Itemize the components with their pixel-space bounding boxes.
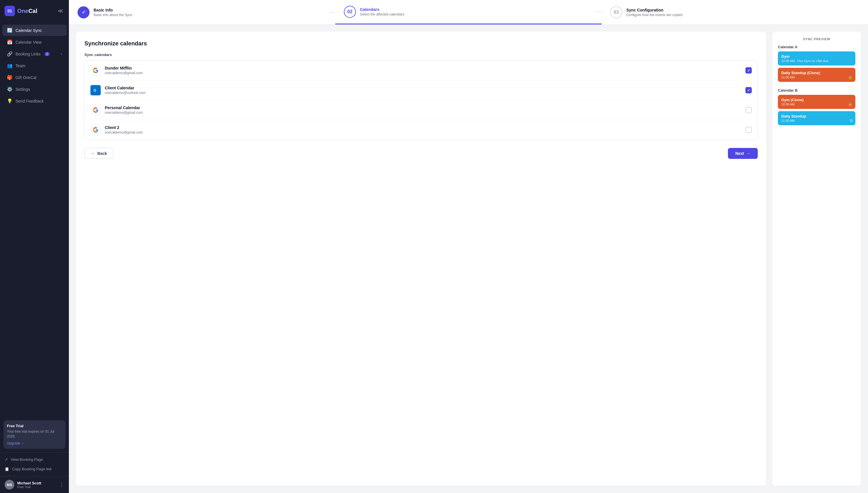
step-3-circle: 03 <box>610 6 622 18</box>
card-actions: ← Back Next → <box>84 148 758 159</box>
feedback-icon: 💡 <box>7 98 13 104</box>
sidebar-item-gift-onecal[interactable]: 🎁 Gift OneCal <box>2 72 67 83</box>
sidebar-item-label: Calendar View <box>16 40 42 45</box>
back-button[interactable]: ← Back <box>84 148 113 159</box>
cal-email-dunder: onecaldemo@gmail.com <box>105 71 741 75</box>
booking-links-arrow-icon: › <box>61 52 62 56</box>
logo-text: OneCal <box>17 8 37 14</box>
outlook-icon-client: O <box>90 85 101 95</box>
sidebar-item-calendar-view[interactable]: 📅 Calendar View <box>2 37 67 48</box>
sidebar-item-send-feedback[interactable]: 💡 Send Feedback <box>2 95 67 107</box>
next-label: Next <box>735 151 744 156</box>
preview-event-title-gym-a: Gym <box>781 54 852 59</box>
cal-email-client: onecaldemo@outlook.com <box>105 91 741 95</box>
step-1-title: Basic Info <box>94 8 132 12</box>
cal-info-dunder: Dunder Mifflin onecaldemo@gmail.com <box>105 66 741 75</box>
calendar-sync-icon: 🔄 <box>7 27 13 33</box>
cal-name-personal: Personal Calendar <box>105 105 741 110</box>
step-basic-info: ✓ Basic Info Basic info about the Sync <box>69 0 335 24</box>
preview-event-standup-clone: Daily Standup (Clone) 11:00 AM 🔒 <box>778 68 855 82</box>
preview-event-sub-daily-standup: 11:00 AM <box>781 119 852 122</box>
calendar-checkbox-personal[interactable] <box>746 107 752 113</box>
user-menu-button[interactable]: ⋮ <box>59 481 64 488</box>
preview-title: SYNC PREVIEW <box>778 37 855 41</box>
logo-one: One <box>17 8 28 14</box>
calendar-a-section: Calendar A Gym 10:00 AM · Flex Gym on 16… <box>778 45 855 84</box>
copy-booking-label: Copy Booking Page link <box>12 467 52 471</box>
calendar-item-personal[interactable]: Personal Calendar onecaldemo@gmail.com <box>85 100 757 120</box>
copy-booking-link[interactable]: 📋 Copy Booking Page link <box>0 464 69 474</box>
back-arrow-icon: ← <box>91 151 95 156</box>
section-label: Sync calendars <box>84 52 758 57</box>
cal-email-personal: onecaldemo@gmail.com <box>105 111 741 115</box>
avatar: MS <box>5 480 14 490</box>
logo-cal: Cal <box>28 8 37 14</box>
google-icon-client2 <box>90 125 101 135</box>
cal-info-client: Client Calendar onecaldemo@outlook.com <box>105 86 741 95</box>
step-2-desc: Select the affected calendars <box>360 12 405 16</box>
free-trial-label: Free Trial <box>7 424 62 428</box>
svg-text:O: O <box>94 88 96 92</box>
google-icon-personal <box>90 105 101 115</box>
sidebar: 01 OneCal ≪ 🔄 Calendar Sync 📅 Calendar V… <box>0 0 69 493</box>
step-3-title: Sync Configuration <box>626 8 682 12</box>
preview-event-sub-gym-clone: 10:00 AM <box>781 103 852 106</box>
booking-links-badge: 2 <box>45 52 50 56</box>
sidebar-item-settings[interactable]: ⚙️ Settings <box>2 84 67 95</box>
step-sync-config: 03 Sync Configuration Configure how the … <box>602 0 868 24</box>
sidebar-item-calendar-sync[interactable]: 🔄 Calendar Sync <box>2 25 67 36</box>
booking-links-icon: 🔗 <box>7 51 13 57</box>
copy-icon-daily-standup: ⧉ <box>850 119 852 123</box>
external-link-icon: ↗ <box>5 457 8 462</box>
sidebar-item-label: Calendar Sync <box>16 28 42 33</box>
sidebar-item-label: Gift OneCal <box>16 75 37 80</box>
collapse-button[interactable]: ≪ <box>56 7 64 15</box>
next-button[interactable]: Next → <box>728 148 758 159</box>
upgrade-link[interactable]: Upgrade → <box>7 441 24 445</box>
sidebar-item-label: Team <box>16 64 25 68</box>
sidebar-item-label: Booking Links <box>16 52 41 56</box>
calendar-b-label: Calendar B <box>778 88 855 92</box>
preview-event-gym-a: Gym 10:00 AM · Flex Gym on 16th Ave <box>778 51 855 65</box>
calendar-item-dunder-mifflin[interactable]: Dunder Mifflin onecaldemo@gmail.com <box>85 61 757 81</box>
cal-info-client2: Client 2 onecaldemo@gmail.com <box>105 125 741 134</box>
cal-name-client: Client Calendar <box>105 86 741 90</box>
preview-event-title-standup-clone: Daily Standup (Clone) <box>781 71 852 75</box>
sidebar-nav: 🔄 Calendar Sync 📅 Calendar View 🔗 Bookin… <box>0 22 69 417</box>
calendar-list: Dunder Mifflin onecaldemo@gmail.com O <box>84 60 758 140</box>
sidebar-item-team[interactable]: 👥 Team <box>2 60 67 71</box>
team-icon: 👥 <box>7 63 13 68</box>
free-trial-description: Your free trial expires on 01 Jul 2026. <box>7 429 62 439</box>
view-booking-page-link[interactable]: ↗ View Booking Page <box>0 455 69 464</box>
gift-icon: 🎁 <box>7 75 13 80</box>
step-3-desc: Configure how the events are copied <box>626 13 682 17</box>
free-trial-box: Free Trial Your free trial expires on 01… <box>3 420 65 449</box>
copy-icon: 📋 <box>5 467 9 471</box>
preview-event-gym-clone: Gym (Clone) 10:00 AM 🔒 <box>778 95 855 109</box>
content-area: Synchronize calendars Sync calendars <box>69 25 868 493</box>
step-3-info: Sync Configuration Configure how the eve… <box>626 8 682 17</box>
view-booking-label: View Booking Page <box>10 457 43 462</box>
next-arrow-icon: → <box>746 151 750 156</box>
sidebar-item-booking-links[interactable]: 🔗 Booking Links 2 › <box>2 48 67 60</box>
calendar-a-label: Calendar A <box>778 45 855 49</box>
step-1-desc: Basic info about the Sync <box>94 13 132 17</box>
cal-name-dunder: Dunder Mifflin <box>105 66 741 70</box>
preview-event-title-gym-clone: Gym (Clone) <box>781 98 852 102</box>
main-content: ✓ Basic Info Basic info about the Sync 0… <box>69 0 868 493</box>
lock-icon-standup-clone: 🔒 <box>848 75 852 80</box>
calendar-item-client-calendar[interactable]: O Client Calendar onecaldemo@outlook.com <box>85 81 757 100</box>
steps-header: ✓ Basic Info Basic info about the Sync 0… <box>69 0 868 25</box>
user-subscription: Free Trial <box>17 485 56 489</box>
step-2-info: Calendars Select the affected calendars <box>360 7 405 16</box>
calendar-checkbox-client2[interactable] <box>746 127 752 133</box>
settings-icon: ⚙️ <box>7 86 13 92</box>
calendar-checkbox-dunder[interactable] <box>746 67 752 73</box>
step-2-circle: 02 <box>344 6 356 18</box>
step-1-circle: ✓ <box>77 6 90 18</box>
calendar-checkbox-client[interactable] <box>746 87 752 93</box>
main-card: Synchronize calendars Sync calendars <box>76 31 767 486</box>
calendar-item-client2[interactable]: Client 2 onecaldemo@gmail.com <box>85 120 757 140</box>
calendar-view-icon: 📅 <box>7 39 13 45</box>
logo-prefix: 01 <box>7 8 12 13</box>
